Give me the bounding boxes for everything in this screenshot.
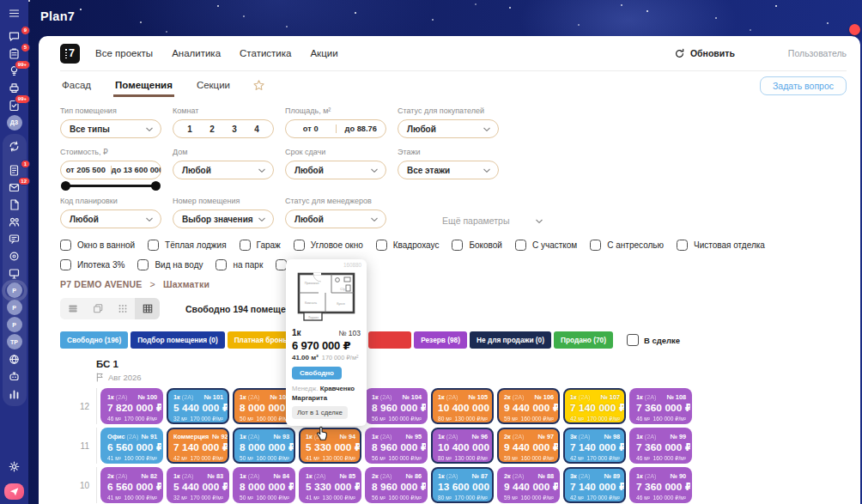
unit-card[interactable]: 3к(2А)№ 987 140 000 ₽42 м²170 000 ₽/м²	[563, 428, 626, 464]
filter-select[interactable]: Любой	[285, 209, 386, 228]
tab-0[interactable]: Фасад	[60, 74, 93, 97]
filter-select[interactable]: Любой	[398, 119, 499, 138]
rooms-segment-control[interactable]: 1234	[173, 119, 274, 138]
avatar-p[interactable]: P	[5, 283, 24, 298]
checkbox-box[interactable]	[60, 259, 71, 270]
nav-item-3[interactable]: Акции	[310, 48, 337, 58]
filter-select[interactable]: Любой	[285, 161, 386, 179]
nav-item-0[interactable]: Все проекты	[95, 48, 153, 58]
unit-card[interactable]: 2к(2А)№ 889 440 000 ₽59 м²160 000 ₽/м²	[497, 467, 560, 503]
plan7-logo-icon[interactable]: 7	[60, 44, 80, 64]
nav-item-1[interactable]: Аналитика	[172, 48, 221, 58]
unit-card[interactable]: 2к(2А)№ 979 440 000 ₽59 м²160 000 ₽/м²	[497, 428, 560, 464]
unit-card[interactable]: 1к(2А)№ 907 360 000 ₽46 м²160 000 ₽/м²	[629, 467, 692, 503]
legend-segment[interactable]: Подбор помещения (0)	[131, 331, 225, 349]
mail-icon[interactable]: 12	[5, 180, 24, 195]
clients-icon[interactable]	[5, 215, 24, 229]
filter-select[interactable]: Выбор значения	[173, 209, 274, 228]
unit-card[interactable]: 1к(2А)№ 8713 600 000 ₽80 м²170 000 ₽/м²	[431, 467, 494, 503]
unit-card[interactable]: 1к(2А)№ 835 440 000 ₽32 м²170 000 ₽/м²	[167, 467, 229, 503]
avatar-дз[interactable]: ДЗ	[5, 115, 24, 130]
unit-card[interactable]: 2к(2А)№ 868 960 000 ₽56 м²160 000 ₽/м²	[365, 467, 428, 503]
filter-select[interactable]: Все типы	[60, 119, 161, 138]
checkbox-box[interactable]	[216, 259, 227, 270]
breadcrumb-project[interactable]: P7 DEMO AVENUE	[60, 279, 143, 289]
unit-card[interactable]: 1к(2А)№ 945 330 000 ₽41 м²130 000 ₽/м²	[299, 428, 361, 464]
view-list-button[interactable]	[60, 298, 85, 319]
unit-card[interactable]: Офис(2А)№ 916 560 000 ₽41 м²160 000 ₽/м²	[100, 428, 163, 464]
range-to[interactable]: до 88.76	[336, 124, 386, 133]
unit-card[interactable]: 1к(2А)№ 1048 960 000 ₽56 м²160 000 ₽/м²	[365, 388, 428, 424]
ask-question-button[interactable]: Задать вопрос	[760, 76, 847, 95]
planner-icon[interactable]: 5	[5, 46, 24, 61]
tab-1[interactable]: Помещения	[113, 74, 174, 97]
favorites-star-icon[interactable]	[252, 79, 265, 92]
unit-card[interactable]: 2к(2А)№ 826 560 000 ₽41 м²160 000 ₽/м²	[100, 467, 163, 503]
unit-card[interactable]: 1к(2А)№ 1087 360 000 ₽46 м²160 000 ₽/м²	[629, 388, 692, 424]
send-icon[interactable]	[4, 483, 24, 500]
nav-item-2[interactable]: Статистика	[240, 48, 291, 58]
unit-card[interactable]: 1к(2А)№ 997 360 000 ₽46 м²160 000 ₽/м²	[629, 428, 692, 464]
range-from[interactable]: от 205 500	[61, 166, 111, 174]
settings-icon[interactable]	[5, 459, 24, 474]
view-table-grid-button[interactable]	[135, 298, 160, 319]
unit-card[interactable]: 1к(2А)№ 1007 820 000 ₽46 м²170 000 ₽/м²	[100, 388, 163, 424]
filter-checkbox[interactable]: С антресолью	[590, 240, 664, 251]
filter-checkbox[interactable]: Ипотека 3%	[60, 259, 124, 270]
legend-segment[interactable]: Свободно (196)	[60, 331, 128, 349]
user-menu[interactable]: Пользователь	[788, 48, 847, 58]
price-range-slider[interactable]	[63, 185, 159, 187]
in-deal-checkbox[interactable]: В сделке	[627, 334, 680, 346]
filter-select[interactable]: Все этажи	[398, 161, 499, 179]
filter-checkbox[interactable]: на парк	[216, 259, 263, 270]
bot-icon[interactable]	[5, 369, 24, 384]
filter-checkbox[interactable]: Окно в ванной	[60, 240, 135, 251]
checkbox-box[interactable]	[376, 240, 387, 251]
menu-icon[interactable]	[5, 6, 24, 21]
checkbox-box[interactable]	[452, 240, 463, 251]
filter-checkbox[interactable]: Угловое окно	[294, 240, 363, 251]
checkbox-box[interactable]	[137, 259, 149, 270]
deals-icon[interactable]: 99+	[5, 98, 24, 112]
unit-card[interactable]: 1к(2А)№ 958 960 000 ₽56 м²160 000 ₽/м²	[365, 428, 428, 464]
checkbox-box[interactable]	[515, 240, 526, 251]
filter-checkbox[interactable]: Гараж	[240, 240, 281, 251]
unit-card[interactable]: 1к(2А)№ 848 000 000 ₽50 м²160 000 ₽/м²	[233, 467, 295, 503]
rooms-option[interactable]: 1	[187, 124, 192, 134]
filter-checkbox[interactable]: С участком	[515, 240, 577, 251]
unit-card[interactable]: 1к(2А)№ 855 330 000 ₽41 м²130 000 ₽/м²	[299, 467, 361, 503]
target-icon[interactable]	[5, 249, 24, 264]
checkbox-box[interactable]	[60, 240, 71, 251]
view-dots-grid-button[interactable]	[110, 298, 135, 319]
globe-icon[interactable]	[5, 352, 24, 367]
rooms-option[interactable]: 4	[254, 124, 259, 134]
filter-checkbox[interactable]: Квадрохаус	[376, 240, 440, 251]
legend-segment[interactable]: Продано (70)	[554, 331, 613, 349]
avatar-тр[interactable]: ТР	[5, 335, 24, 349]
filter-checkbox[interactable]: Тёплая лоджия	[148, 240, 227, 251]
unit-card[interactable]: 1к(2А)№ 1077 140 000 ₽42 м²170 000 ₽/м²	[563, 388, 626, 424]
unit-card[interactable]: 1к(2А)№ 10510 400 000 ₽80 м²130 000 ₽/м²	[431, 388, 494, 424]
filter-select[interactable]: Любой	[60, 209, 161, 228]
notification-dot[interactable]	[849, 24, 860, 35]
checkbox-box[interactable]	[148, 240, 159, 251]
filter-select[interactable]: Любой	[173, 161, 274, 179]
rooms-option[interactable]: 3	[232, 124, 237, 134]
unit-card[interactable]: 2к(2А)№ 1069 440 000 ₽59 м²160 000 ₽/м²	[497, 388, 560, 424]
checkbox-box[interactable]	[294, 240, 305, 251]
filter-checkbox[interactable]: Чистовая отделка	[677, 240, 765, 251]
chat-icon[interactable]: 9	[5, 29, 24, 44]
refresh-button[interactable]: Обновить	[674, 48, 735, 59]
printer-icon[interactable]	[5, 81, 24, 95]
more-params-toggle[interactable]: Ещё параметры	[442, 211, 543, 230]
view-cards-button[interactable]	[85, 298, 110, 319]
unit-card[interactable]: 1к(2А)№ 9610 400 000 ₽80 м²130 000 ₽/м²	[431, 428, 494, 464]
avatar-p[interactable]: P	[5, 318, 24, 332]
lot-in-deal-button[interactable]: Лот в 1 сделке	[292, 406, 348, 419]
file-icon[interactable]	[5, 197, 24, 212]
tab-2[interactable]: Секции	[195, 74, 232, 97]
legend-segment[interactable]	[368, 331, 411, 349]
checkbox-box[interactable]	[677, 240, 688, 251]
legend-segment[interactable]: Резерв (98)	[414, 331, 467, 349]
breadcrumb-page[interactable]: Шахматки	[163, 279, 209, 289]
